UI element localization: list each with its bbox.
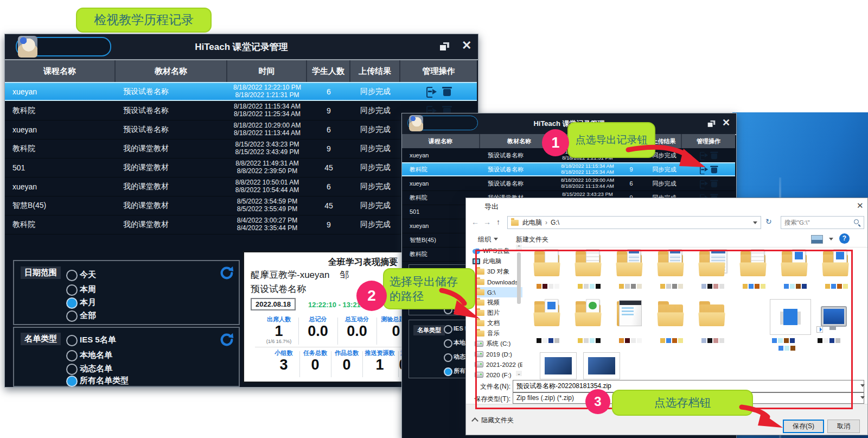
radio-all-dates-label[interactable]: 全部 xyxy=(80,310,96,321)
restore-window-button[interactable] xyxy=(708,120,716,129)
radio-this-week[interactable] xyxy=(66,284,78,296)
radio-today-label[interactable]: 今天 xyxy=(80,270,96,280)
dialog-close-button[interactable]: ✕ xyxy=(857,201,864,211)
radio-ies5-roster[interactable] xyxy=(444,325,452,334)
delete-record-icon[interactable] xyxy=(711,180,717,187)
view-mode-icon[interactable] xyxy=(811,235,823,244)
nav-back-icon[interactable]: ← xyxy=(471,218,479,226)
dialog-titlebar[interactable]: 导出 ✕ xyxy=(466,198,867,213)
organize-menu[interactable]: 组织 xyxy=(478,235,498,244)
summary-class-line: 醍摩豆教学-xueyan 邹 xyxy=(251,269,349,281)
time-end: 8/8/2022 2:39:50 PM xyxy=(237,168,297,175)
table-row-selected[interactable]: xueyan 预设试卷名称 8/18/2022 12:22:10 PM8/18/… xyxy=(5,82,477,101)
table-row[interactable]: xueyan 预设试卷名称 8/18/2022 10:29:00 AM8/18/… xyxy=(402,176,735,191)
radio-all-rosters-label[interactable]: 所有名单类型 xyxy=(80,376,129,386)
titlebar[interactable]: HiTeach 课堂记录管理 ✕ xyxy=(5,34,478,60)
time-start: 8/8/2022 10:50:01 AM xyxy=(235,179,299,187)
cell-material: 我的课堂教材 xyxy=(116,215,227,234)
radio-this-week-label[interactable]: 本周 xyxy=(80,284,96,295)
search-box[interactable]: 搜索"G:\" xyxy=(781,216,864,229)
restore-icon xyxy=(708,120,716,127)
refresh-date-icon[interactable] xyxy=(219,265,234,281)
cell-time: 8/15/2022 3:43:23 PM8/15/2022 3:43:49 PM xyxy=(227,139,307,158)
delete-record-icon[interactable] xyxy=(711,166,717,173)
radio-all-dates[interactable] xyxy=(66,310,78,322)
cell-students: 9 xyxy=(307,215,350,234)
delete-record-icon[interactable] xyxy=(443,87,451,96)
radio-all-rosters-selected[interactable] xyxy=(444,367,452,376)
restore-window-button[interactable] xyxy=(440,42,449,53)
divider xyxy=(337,318,338,345)
dialog-navbar: ← → ↑ 此电脑 › G:\ ↻ 搜索"G:\" xyxy=(466,213,867,231)
radio-dynamic-roster[interactable] xyxy=(444,353,452,362)
date-range-filter: 日期范围 今天 本周 本月 全部 xyxy=(13,260,240,325)
view-mode-caret-icon[interactable] xyxy=(829,238,833,240)
cell-time: 8/8/2022 10:50:01 AM8/8/2022 10:54:44 AM xyxy=(227,177,307,196)
stat-value: 1 xyxy=(259,323,298,339)
nav-up-icon[interactable]: ↑ xyxy=(496,218,500,226)
stat-value: 1 xyxy=(362,357,397,372)
cell-time: 8/5/2022 3:54:59 PM8/5/2022 3:55:49 PM xyxy=(227,196,307,215)
filename-dropdown-icon[interactable] xyxy=(860,384,865,387)
hide-folders-label: 隐藏文件夹 xyxy=(481,416,514,424)
export-record-icon[interactable] xyxy=(700,180,707,187)
stat-groups: 小组数 3 xyxy=(268,349,299,372)
export-record-icon[interactable] xyxy=(426,87,436,96)
help-icon[interactable]: ? xyxy=(839,233,850,244)
radio-today[interactable] xyxy=(66,270,78,281)
new-folder-button[interactable]: 新建文件夹 xyxy=(516,235,548,244)
stat-interaction-score: 总互动分 0.0 xyxy=(337,315,376,339)
cell-students: 9 xyxy=(307,101,350,120)
stat-label: 推送资源数 xyxy=(362,349,397,357)
cell-course: 教科院 xyxy=(402,162,480,176)
hide-folders-toggle[interactable]: 隐藏文件夹 xyxy=(473,416,514,425)
export-app-icon xyxy=(473,202,481,210)
radio-ies5-roster-label[interactable]: IES 5名单 xyxy=(80,335,116,345)
breadcrumb-separator-icon: › xyxy=(545,219,547,226)
callout-intro-label: 检视教学历程记录 xyxy=(76,8,212,33)
cell-time: 8/18/2022 11:15:34 AM8/18/2022 11:25:34 … xyxy=(227,101,307,120)
stat-label: 总记分 xyxy=(298,315,337,323)
time-start: 8/4/2022 3:00:27 PM xyxy=(237,217,297,225)
address-dropdown-icon[interactable] xyxy=(753,221,757,224)
callout-step3-arrow xyxy=(735,403,787,433)
col-upload: 上传结果 xyxy=(350,60,400,82)
radio-local-roster[interactable] xyxy=(444,339,452,348)
cell-students: 45 xyxy=(307,196,350,215)
nav-forward-icon[interactable]: → xyxy=(483,218,491,226)
cell-material: 预设试卷名称 xyxy=(116,82,227,101)
breadcrumb-path[interactable]: G:\ xyxy=(551,219,559,226)
radio-dynamic-roster-label[interactable]: 动态名单 xyxy=(80,364,112,374)
radio-all-rosters-selected[interactable] xyxy=(66,376,78,387)
stat-attendance: 出席人数 1 (1/6 16.7%) xyxy=(259,315,298,344)
filetype-dropdown-icon[interactable] xyxy=(860,396,865,399)
cancel-button[interactable]: 取消 xyxy=(827,420,860,433)
breadcrumb-root[interactable]: 此电脑 xyxy=(522,218,542,227)
radio-dynamic-roster[interactable] xyxy=(66,364,78,375)
close-window-button[interactable]: ✕ xyxy=(462,39,471,53)
summary-class-name: 醍摩豆教学-xueyan xyxy=(251,270,329,280)
stat-pushed-resources: 推送资源数 1 xyxy=(362,349,397,372)
radio-this-month-label[interactable]: 本月 xyxy=(80,297,96,308)
close-window-button[interactable]: ✕ xyxy=(722,117,730,129)
cell-time: 8/18/2022 12:22:10 PM8/18/2022 1:21:31 P… xyxy=(227,82,307,101)
organize-label: 组织 xyxy=(478,236,491,243)
radio-local-roster[interactable] xyxy=(66,350,78,361)
summary-material: 预设试卷名称 xyxy=(251,283,306,295)
col-course: 课程名称 xyxy=(402,134,480,148)
refresh-address-icon[interactable]: ↻ xyxy=(765,217,772,226)
save-button[interactable]: 保存(S) xyxy=(783,420,824,433)
search-icon[interactable] xyxy=(854,219,861,226)
delete-record-icon[interactable] xyxy=(711,151,717,159)
window-title: HiTeach 课堂记录管理 xyxy=(5,41,478,53)
radio-local-roster-label[interactable]: 本地名单 xyxy=(80,350,112,360)
time-end: 8/5/2022 3:55:49 PM xyxy=(237,206,297,213)
divider xyxy=(376,318,377,345)
refresh-roster-icon[interactable] xyxy=(219,332,234,347)
cell-students: 6 xyxy=(307,82,350,101)
radio-this-month-selected[interactable] xyxy=(66,297,78,309)
cell-time: 8/18/2022 11:15:34 AM8/18/2022 11:25:34 … xyxy=(559,162,616,176)
stat-tasks: 任务总数 0 xyxy=(299,349,331,372)
address-bar[interactable]: 此电脑 › G:\ xyxy=(507,216,761,229)
radio-ies5-roster[interactable] xyxy=(66,335,78,346)
